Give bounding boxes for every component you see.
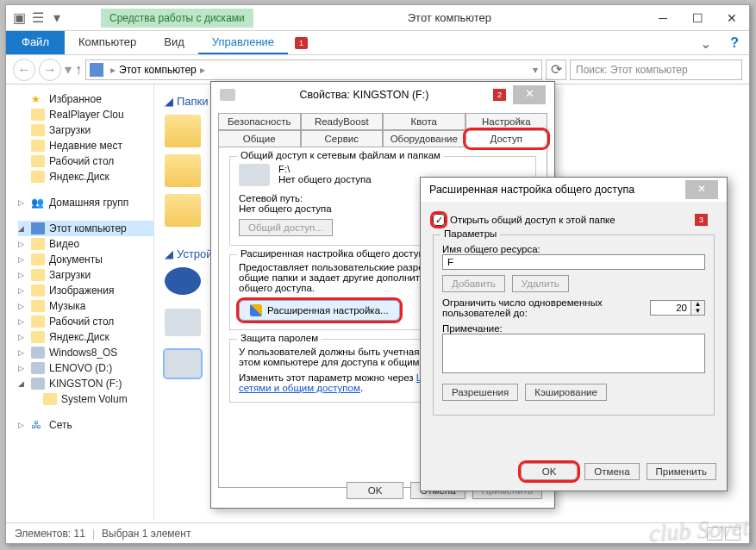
tree-item[interactable]: Загрузки: [49, 124, 91, 136]
tree-homegroup[interactable]: Домашняя групп: [49, 197, 128, 209]
tree-item[interactable]: RealPlayer Clou: [49, 109, 124, 121]
pc-icon: [31, 222, 45, 234]
refresh-button[interactable]: ⟳: [546, 59, 566, 80]
onedrive-icon[interactable]: [165, 267, 201, 295]
tree-item[interactable]: Яндекс.Диск: [49, 171, 109, 183]
ok-button[interactable]: OK: [347, 482, 404, 499]
tab-security[interactable]: Безопасность: [218, 113, 301, 130]
folder-icon: [31, 284, 45, 297]
search-input[interactable]: Поиск: Этот компьютер: [570, 59, 742, 80]
tab-hardware[interactable]: Оборудование: [383, 130, 465, 147]
tab-readyboost[interactable]: ReadyBoost: [301, 113, 384, 130]
tree-item[interactable]: LENOVO (D:): [49, 362, 112, 374]
tree-item[interactable]: Windows8_OS: [49, 347, 117, 359]
drive-icon: [220, 89, 235, 101]
drive-item[interactable]: [165, 309, 201, 336]
back-button[interactable]: ←: [13, 59, 35, 81]
breadcrumb[interactable]: ▸ Этот компьютер ▸ ▾: [85, 59, 542, 80]
share-button[interactable]: Общий доступ...: [239, 219, 333, 236]
user-limit-spinner[interactable]: ▲▼: [650, 300, 705, 316]
tree-item[interactable]: Музыка: [49, 300, 85, 312]
folder-icon[interactable]: ▣: [9, 9, 28, 28]
tab-quota[interactable]: Квота: [383, 113, 465, 130]
pc-icon: [90, 63, 103, 77]
chevron-right-icon: ▸: [200, 64, 205, 76]
tree-item[interactable]: Рабочий стол: [49, 155, 114, 167]
folder-item[interactable]: [165, 194, 201, 227]
drive-letter-label: F:\: [278, 164, 372, 174]
dialog-title-bar[interactable]: Расширенная настройка общего доступа ✕: [421, 178, 727, 202]
folder-icon: [31, 300, 45, 312]
minimize-button[interactable]: ─: [646, 8, 680, 28]
help-icon[interactable]: ?: [720, 31, 749, 54]
cancel-button[interactable]: Отмена: [584, 463, 639, 480]
breadcrumb-dropdown-icon[interactable]: ▾: [533, 64, 538, 76]
close-button[interactable]: ✕: [685, 180, 718, 199]
folder-icon: [31, 238, 45, 250]
tree-item[interactable]: Изображения: [49, 284, 114, 297]
tree-item[interactable]: Яндекс.Диск: [49, 331, 109, 343]
tree-item[interactable]: Видео: [49, 238, 79, 250]
folder-item[interactable]: [165, 154, 201, 187]
window-controls: ─ ☐ ✕: [646, 8, 749, 28]
apply-button[interactable]: Применить: [647, 463, 716, 480]
maximize-button[interactable]: ☐: [680, 8, 715, 28]
user-limit-input[interactable]: [650, 300, 691, 316]
close-button[interactable]: ✕: [715, 8, 749, 28]
forward-button[interactable]: →: [39, 59, 61, 81]
share-folder-label: Открыть общий доступ к этой папке: [450, 215, 615, 225]
tree-item[interactable]: Недавние мест: [49, 140, 122, 152]
up-button[interactable]: ↑: [75, 62, 82, 78]
nav-tree[interactable]: ★Избранное RealPlayer Clou Загрузки Неда…: [6, 84, 154, 521]
tab-customize[interactable]: Настройка: [465, 113, 548, 130]
title-bar: ▣ ☰ ▾ Средства работы с дисками Этот ком…: [6, 5, 749, 31]
folder-item[interactable]: [165, 115, 201, 147]
drive-icon: [31, 378, 45, 390]
delete-button[interactable]: Удалить: [512, 275, 569, 292]
tree-item[interactable]: System Volum: [61, 393, 128, 405]
share-folder-checkbox[interactable]: ✓: [433, 214, 445, 226]
folder-icon: [31, 171, 45, 183]
status-elements: Элементов: 11: [15, 528, 85, 540]
homegroup-icon: 👥: [31, 197, 45, 209]
view-tab[interactable]: Вид: [150, 31, 198, 54]
tree-favorites[interactable]: Избранное: [49, 93, 102, 105]
advanced-sharing-button[interactable]: Расширенная настройка...: [239, 300, 400, 321]
qat-dropdown-icon[interactable]: ▾: [47, 9, 66, 28]
tree-item[interactable]: KINGSTON (F:): [49, 378, 122, 390]
tab-tools[interactable]: Сервис: [301, 130, 384, 147]
properties-icon[interactable]: ☰: [28, 9, 47, 28]
tab-sharing[interactable]: Доступ: [465, 130, 548, 147]
ok-button[interactable]: OK: [521, 463, 578, 480]
file-tab[interactable]: Файл: [6, 31, 65, 54]
tree-item[interactable]: Загрузки: [49, 269, 91, 281]
folder-icon: [31, 316, 45, 328]
note-textarea[interactable]: [442, 334, 705, 373]
pwd-change-prefix: Изменить этот параметр можно через: [239, 372, 416, 383]
network-icon: 🖧: [31, 419, 45, 431]
breadcrumb-item[interactable]: Этот компьютер: [119, 64, 197, 76]
history-dropdown-icon[interactable]: ▾: [65, 61, 72, 78]
tree-this-pc[interactable]: Этот компьютер: [49, 222, 127, 234]
ribbon-context-tab[interactable]: Средства работы с дисками: [101, 9, 253, 28]
folder-icon: [31, 331, 45, 343]
view-details-icon[interactable]: [707, 527, 722, 541]
tree-network[interactable]: Сеть: [49, 419, 72, 431]
tree-item[interactable]: Рабочий стол: [49, 316, 114, 328]
computer-tab[interactable]: Компьютер: [65, 31, 150, 54]
spinner-down-icon[interactable]: ▼: [691, 308, 704, 315]
drive-item-selected[interactable]: [165, 350, 201, 378]
share-name-input[interactable]: [442, 254, 705, 270]
close-button[interactable]: ✕: [513, 85, 546, 104]
caching-button[interactable]: Кэширование: [525, 384, 607, 401]
expand-ribbon-icon[interactable]: ⌄: [691, 31, 720, 54]
no-share-label: Нет общего доступа: [278, 174, 372, 184]
view-tiles-icon[interactable]: [725, 527, 740, 541]
tab-general[interactable]: Общие: [218, 130, 301, 147]
add-button[interactable]: Добавить: [442, 275, 505, 292]
window-title: Этот компьютер: [253, 11, 646, 24]
manage-tab[interactable]: Управление: [198, 31, 288, 54]
tree-item[interactable]: Документы: [49, 253, 103, 266]
permissions-button[interactable]: Разрешения: [442, 384, 518, 401]
dialog-title-bar[interactable]: Свойства: KINGSTON (F:) 2 ✕: [211, 82, 554, 108]
